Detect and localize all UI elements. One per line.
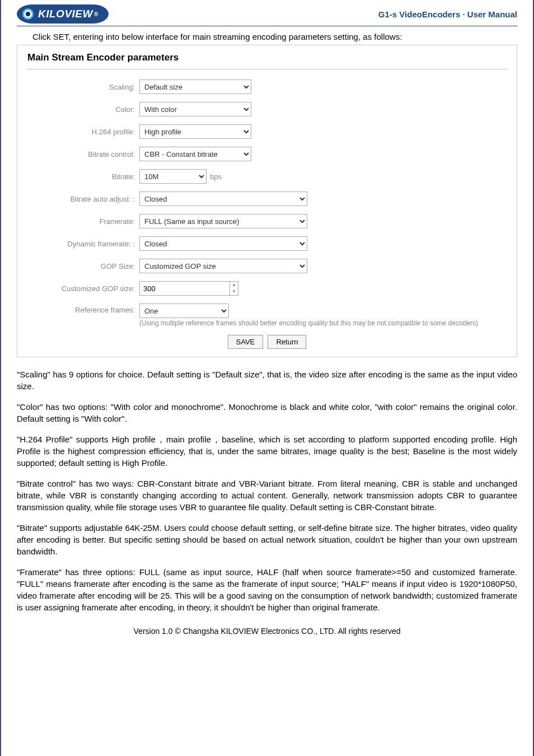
row-scaling: Scaling: Default size [27,80,507,94]
select-bitrate-control[interactable]: CBR - Constant bitrate [139,147,251,161]
label-h264-profile: H.264 profile: [27,128,139,136]
label-scaling: Scaling: [27,83,139,91]
paragraph-bitrate: "Bitrate" supports adjustable 64K-25M. U… [17,522,517,557]
document-title: G1-s VideoEncoders · User Manual [378,10,517,19]
row-bitrate: Bitrate: 10M bps [27,169,507,184]
label-bitrate-control: Bitrate control: [27,150,139,158]
label-gop-size: GOP Size: [27,262,139,270]
button-row: SAVE Return [27,335,507,349]
row-gop-size: GOP Size: Customized GOP size [27,259,507,273]
paragraph-h264-profile: "H.264 Profile" supports High profile，ma… [17,433,517,469]
return-button[interactable]: Return [268,335,306,349]
label-framerate: Framerate: [27,217,139,226]
select-h264-profile[interactable]: High profile [139,124,251,139]
row-custom-gop: Customized GOP size: ▲ ▼ [27,281,507,296]
label-reference-frames: Reference frames: [27,304,139,314]
select-bitrate-auto-adjust[interactable]: Closed [139,192,307,206]
label-color: Color: [27,105,139,114]
intro-text: Click SET, entering into below interface… [32,32,517,41]
encoder-parameters-panel: Main Stream Encoder parameters Scaling: … [17,45,517,357]
row-reference-frames: Reference frames: One (Using multiple re… [27,304,507,327]
input-custom-gop[interactable] [140,282,229,295]
spinner-buttons[interactable]: ▲ ▼ [229,282,238,295]
spinner-custom-gop[interactable]: ▲ ▼ [139,281,238,296]
row-bitrate-auto-adjust: Bitrate auto adjust: : Closed [27,192,507,206]
select-bitrate[interactable]: 10M [139,169,207,184]
select-dynamic-framerate[interactable]: Closed [139,236,307,251]
spinner-down-icon[interactable]: ▼ [230,288,238,295]
label-dynamic-framerate: Dynamic framerate: : [27,240,139,248]
select-reference-frames[interactable]: One [139,304,229,318]
label-custom-gop: Customized GOP size: [27,284,139,293]
select-framerate[interactable]: FULL (Same as input source) [139,214,307,228]
row-h264-profile: H.264 profile: High profile [27,124,507,139]
page-header: KILOVIEW® G1-s VideoEncoders · User Manu… [17,0,517,26]
label-bitrate-auto-adjust: Bitrate auto adjust: : [27,195,139,203]
page-footer: Version 1.0 © Changsha KILOVIEW Electron… [17,627,517,636]
row-bitrate-control: Bitrate control: CBR - Constant bitrate [27,147,507,161]
paragraph-framerate: "Framerate" has three options: FULL (sam… [17,566,517,613]
row-color: Color: With color [27,102,507,116]
label-bitrate: Bitrate: [27,172,139,181]
bitrate-unit: bps [210,172,222,181]
spinner-up-icon[interactable]: ▲ [230,282,238,288]
paragraph-color: "Color" has two options: "With color and… [17,401,517,424]
row-dynamic-framerate: Dynamic framerate: : Closed [27,236,507,251]
paragraph-bitrate-control: "Bitrate control" has two ways: CBR-Cons… [17,478,517,513]
save-button[interactable]: SAVE [228,335,264,349]
logo: KILOVIEW® [17,4,109,24]
logo-registered: ® [94,11,99,17]
logo-icon [22,8,34,20]
select-gop-size[interactable]: Customized GOP size [139,259,307,273]
row-framerate: Framerate: FULL (Same as input source) [27,214,507,228]
paragraph-scaling: "Scaling" has 9 options for choice. Defa… [17,368,517,392]
select-scaling[interactable]: Default size [139,80,251,94]
reference-frames-note: (Using multiple reference frames should … [139,319,507,327]
logo-text: KILOVIEW [38,8,93,20]
select-color[interactable]: With color [139,102,251,116]
panel-title: Main Stream Encoder parameters [27,52,507,69]
